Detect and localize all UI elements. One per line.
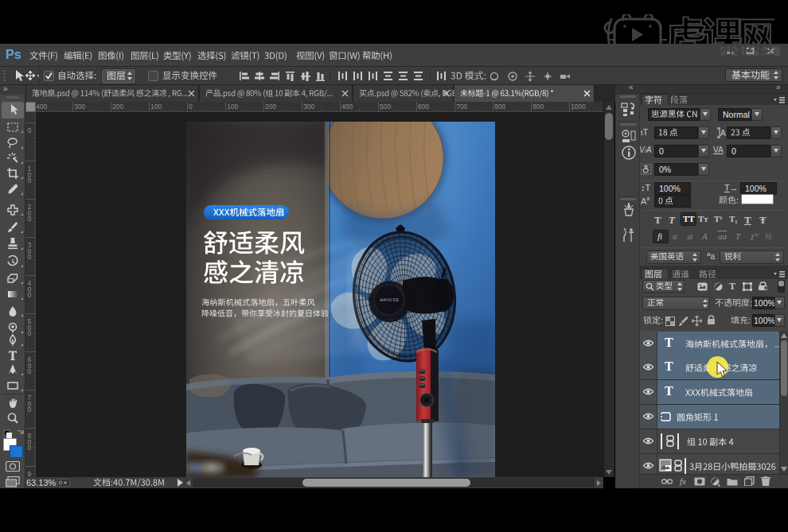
svg-text:A: A bbox=[720, 129, 726, 138]
